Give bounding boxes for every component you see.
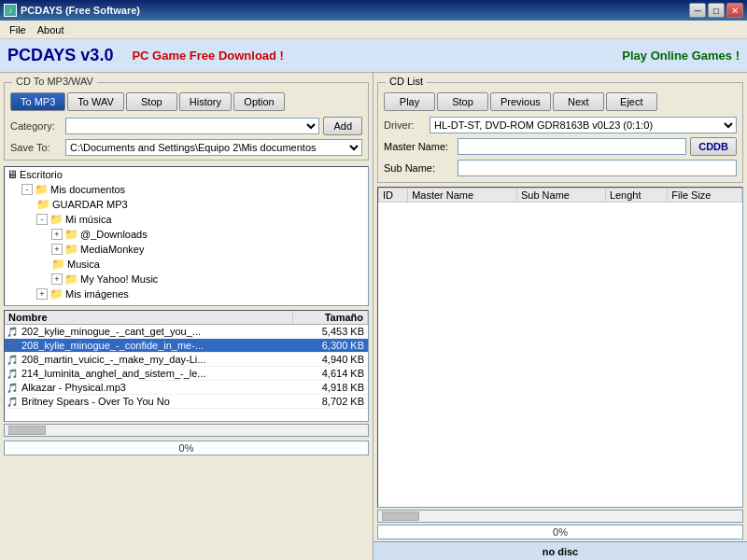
maximize-button[interactable]: □ (708, 3, 725, 18)
tree-item-mi-musica[interactable]: - 📁 Mi música (5, 212, 368, 227)
expand-mi-musica[interactable]: - (36, 214, 48, 225)
driver-select[interactable]: HL-DT-ST, DVD-ROM GDR8163B v0L23 (0:1:0) (430, 117, 737, 133)
menu-bar: File About (0, 21, 747, 39)
menu-about[interactable]: About (32, 23, 70, 36)
file-list: Nombre Tamaño 🎵 202_kylie_minogue_-_cant… (4, 310, 369, 422)
to-wav-button[interactable]: To WAV (67, 92, 124, 111)
file-name-1: 208_kylie_minogue_-_confide_in_me-... (20, 340, 291, 351)
left-progress-label: 0% (5, 441, 368, 455)
left-progress: 0% (4, 441, 369, 455)
file-list-header: Nombre Tamaño (5, 311, 368, 325)
tree-item-escritorio[interactable]: 🖥 Escritorio (5, 167, 368, 182)
file-row-5[interactable]: 🎵 Britney Spears - Over To You No 8,702 … (5, 395, 368, 409)
menu-file[interactable]: File (4, 23, 32, 36)
file-size-1: 6,300 KB (291, 340, 366, 351)
file-name-0: 202_kylie_minogue_-_cant_get_you_... (20, 326, 291, 337)
eject-button[interactable]: Eject (606, 92, 657, 111)
previous-button[interactable]: Previous (490, 92, 551, 111)
cd-table-header: ID Master Name Sub Name Lenght File Size (379, 189, 742, 203)
add-button[interactable]: Add (323, 117, 362, 135)
driver-row: Driver: HL-DT-ST, DVD-ROM GDR8163B v0L23… (380, 115, 740, 135)
category-row: Category: Add (7, 115, 366, 137)
file-row-1[interactable]: 🎵 208_kylie_minogue_-_confide_in_me-... … (5, 339, 368, 353)
window-controls: ─ □ ✕ (689, 3, 743, 18)
cd-status-text: no disc (543, 546, 579, 557)
right-progress: 0% (377, 525, 743, 539)
save-to-row: Save To: C:\Documents and Settings\Equip… (7, 137, 366, 158)
app-online: Play Online Games ! (622, 49, 740, 63)
file-icon-0: 🎵 (7, 327, 18, 337)
file-size-4: 4,918 KB (291, 382, 366, 393)
master-name-input[interactable] (458, 138, 686, 155)
category-label: Category: (10, 120, 62, 132)
expand-yahoo[interactable]: + (51, 273, 63, 285)
col-lenght: Lenght (605, 189, 667, 203)
header: PCDAYS v3.0 PC Game Free Download ! Play… (0, 39, 747, 73)
category-select[interactable] (65, 118, 319, 134)
window: ♪ PCDAYS (Free Software) ─ □ ✕ File Abou… (0, 0, 747, 560)
expand-mis-imagenes[interactable]: + (36, 288, 48, 300)
file-tree[interactable]: 🖥 Escritorio - 📁 Mis documentos 📁 GUARDA… (4, 166, 369, 306)
col-master-name: Master Name (408, 189, 517, 203)
cd-status-bar: no disc (374, 541, 747, 560)
file-row-0[interactable]: 🎵 202_kylie_minogue_-_cant_get_you_... 5… (5, 325, 368, 339)
play-button[interactable]: Play (384, 92, 435, 111)
tree-item-musica[interactable]: 📁 Musica (5, 257, 368, 272)
close-button[interactable]: ✕ (726, 3, 743, 18)
cd-list-group-title: CD List (386, 76, 427, 87)
file-row-4[interactable]: 🎵 Alkazar - Physical.mp3 4,918 KB (5, 381, 368, 395)
right-hscroll[interactable] (377, 510, 743, 523)
window-title: PCDAYS (Free Software) (21, 5, 140, 16)
tree-item-mis-documentos[interactable]: - 📁 Mis documentos (5, 182, 368, 197)
col-tamano: Tamaño (293, 311, 368, 324)
left-toolbar: To MP3 To WAV Stop History Option (7, 87, 366, 115)
tree-item-yahoo-music[interactable]: + 📁 My Yahoo! Music (5, 272, 368, 287)
cd-list-group: CD List Play Stop Previous Next Eject Dr… (377, 82, 743, 183)
to-mp3-button[interactable]: To MP3 (10, 92, 65, 111)
option-button[interactable]: Option (233, 92, 285, 111)
stop-button-left[interactable]: Stop (126, 92, 177, 111)
col-id: ID (379, 189, 408, 203)
cd-mp3-group-title: CD To MP3/WAV (12, 76, 97, 87)
right-panel: CD List Play Stop Previous Next Eject Dr… (374, 73, 747, 560)
tree-item-guardar-mp3[interactable]: 📁 GUARDAR MP3 (5, 197, 368, 212)
right-hscroll-thumb[interactable] (382, 511, 419, 521)
driver-label: Driver: (384, 119, 426, 131)
cd-mp3-group: CD To MP3/WAV To MP3 To WAV Stop History… (4, 82, 369, 161)
left-hscroll[interactable] (4, 424, 369, 437)
expand-mis-documentos[interactable]: - (21, 184, 33, 195)
left-hscroll-thumb[interactable] (8, 426, 46, 435)
cddb-button[interactable]: CDDB (690, 137, 737, 156)
cd-table: ID Master Name Sub Name Lenght File Size (378, 188, 742, 203)
tree-item-mediamonkey[interactable]: + 📁 MediaMonkey (5, 242, 368, 257)
master-name-row: Master Name: CDDB (380, 135, 740, 158)
file-size-3: 4,614 KB (291, 368, 366, 379)
tree-item-downloads[interactable]: + 📁 @_Downloads (5, 227, 368, 242)
sub-name-label: Sub Name: (384, 162, 454, 174)
save-to-label: Save To: (10, 142, 62, 153)
file-name-2: 208_martin_vuicic_-_make_my_day-Li... (20, 354, 291, 365)
file-icon-1: 🎵 (7, 341, 18, 351)
left-panel: CD To MP3/WAV To MP3 To WAV Stop History… (0, 73, 374, 560)
sub-name-row: Sub Name: (380, 158, 740, 178)
app-icon: ♪ (4, 4, 17, 17)
file-row-3[interactable]: 🎵 214_luminita_anghel_and_sistem_-_le...… (5, 367, 368, 381)
expand-mediamonkey[interactable]: + (51, 244, 63, 255)
file-icon-3: 🎵 (7, 369, 18, 379)
history-button[interactable]: History (179, 92, 232, 111)
cd-table-container: ID Master Name Sub Name Lenght File Size (377, 187, 743, 508)
file-name-5: Britney Spears - Over To You No (20, 396, 291, 407)
col-nombre: Nombre (5, 311, 293, 324)
stop-button-right[interactable]: Stop (437, 92, 488, 111)
col-file-size: File Size (668, 189, 742, 203)
next-button[interactable]: Next (553, 92, 604, 111)
file-name-4: Alkazar - Physical.mp3 (20, 382, 291, 393)
tree-item-mis-imagenes[interactable]: + 📁 Mis imágenes (5, 287, 368, 301)
file-row-2[interactable]: 🎵 208_martin_vuicic_-_make_my_day-Li... … (5, 353, 368, 367)
file-size-2: 4,940 KB (291, 354, 366, 365)
save-to-select[interactable]: C:\Documents and Settings\Equipo 2\Mis d… (65, 139, 362, 156)
sub-name-input[interactable] (458, 160, 737, 176)
expand-downloads[interactable]: + (51, 229, 63, 240)
right-progress-label: 0% (378, 525, 742, 539)
minimize-button[interactable]: ─ (689, 3, 706, 18)
